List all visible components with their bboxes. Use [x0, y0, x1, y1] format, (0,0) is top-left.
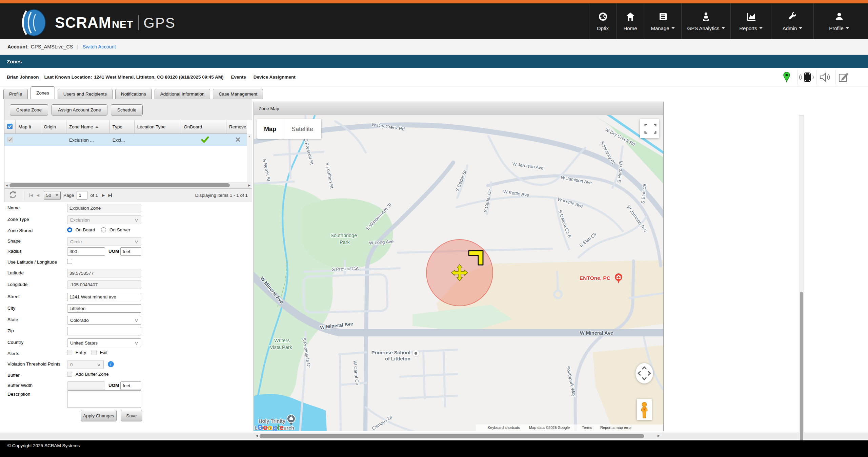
- add-buffer-zone-label: Add Buffer Zone: [76, 372, 109, 377]
- scroll-right-icon[interactable]: ▶: [656, 434, 661, 437]
- page-size-select[interactable]: 50: [44, 191, 61, 200]
- report-map-error-link[interactable]: Report a map error: [600, 425, 632, 430]
- nav-admin[interactable]: Admin: [771, 3, 813, 39]
- shape-select[interactable]: Circle∨: [67, 237, 141, 246]
- info-icon[interactable]: i: [108, 361, 114, 367]
- name-input[interactable]: [67, 204, 141, 212]
- google-map[interactable]: W Dry Creek Rd W Dry Creek Rd S Hickory …: [254, 115, 663, 431]
- terms-link[interactable]: Terms: [582, 425, 592, 430]
- scroll-right-icon[interactable]: ▶: [247, 184, 252, 187]
- tab-zones[interactable]: Zones: [31, 86, 55, 99]
- street-input[interactable]: [67, 293, 141, 301]
- grid-header-row: Map It Origin Zone Name Type Location Ty…: [4, 120, 247, 134]
- main-nav: Optix Home Manage GPS Analytics Reports …: [589, 3, 864, 39]
- exit-checkbox[interactable]: [92, 350, 97, 355]
- col-origin[interactable]: Origin: [41, 120, 66, 133]
- col-type[interactable]: Type: [110, 120, 135, 133]
- nav-optix[interactable]: Optix: [589, 3, 616, 39]
- next-page-button[interactable]: ▶: [102, 193, 105, 198]
- refresh-icon[interactable]: [8, 190, 17, 200]
- city-input[interactable]: [67, 304, 141, 313]
- page-number-input[interactable]: [77, 191, 87, 200]
- tab-users-and-recipients[interactable]: Users and Recipients: [58, 89, 113, 99]
- longitude-input[interactable]: [67, 281, 141, 289]
- keyboard-shortcuts-link[interactable]: Keyboard shortcuts: [488, 425, 520, 430]
- buffer-uom-input[interactable]: [120, 381, 141, 390]
- last-page-button[interactable]: ▶: [108, 193, 112, 198]
- assign-account-zone-button[interactable]: Assign Account Zone: [52, 104, 107, 116]
- on-board-radio[interactable]: [67, 227, 72, 232]
- country-select[interactable]: United States∨: [67, 338, 141, 347]
- satellite-view-button[interactable]: Satellite: [283, 119, 321, 139]
- park-label: Vista Park: [270, 345, 292, 350]
- map-horizontal-scrollbar[interactable]: ◀ ▶: [0, 433, 868, 439]
- pegman-control[interactable]: [637, 399, 652, 420]
- tab-additional-information[interactable]: Additional Information: [155, 89, 210, 99]
- client-name-link[interactable]: Brian Johnson: [7, 75, 39, 80]
- tab-case-management[interactable]: Case Management: [213, 89, 263, 99]
- buffer-width-input[interactable]: [67, 381, 105, 390]
- fullscreen-button[interactable]: [640, 119, 659, 138]
- latitude-input[interactable]: [67, 269, 141, 277]
- col-location-type[interactable]: Location Type: [135, 120, 181, 133]
- entry-checkbox[interactable]: [67, 350, 72, 355]
- logo-letter: l: [277, 423, 279, 431]
- col-zone-name[interactable]: Zone Name: [66, 120, 110, 133]
- save-button[interactable]: Save: [121, 410, 142, 421]
- speaker-icon[interactable]: [816, 70, 833, 85]
- tab-profile[interactable]: Profile: [3, 89, 28, 99]
- map-data-label: Map data ©2025 Google: [529, 425, 570, 430]
- state-select[interactable]: Colorado∨: [67, 316, 141, 325]
- zip-input[interactable]: [67, 327, 141, 335]
- scroll-left-icon[interactable]: ◀: [4, 184, 9, 187]
- col-remove[interactable]: Remove: [226, 120, 247, 133]
- nav-home[interactable]: Home: [616, 3, 644, 39]
- scroll-thumb[interactable]: [260, 434, 644, 438]
- grid-horizontal-scrollbar[interactable]: ◀ ▶: [4, 182, 252, 188]
- scroll-thumb[interactable]: [9, 183, 230, 187]
- nav-reports[interactable]: Reports: [730, 3, 771, 39]
- nav-profile[interactable]: Profile: [813, 3, 864, 39]
- prev-page-button[interactable]: ◀: [36, 193, 39, 198]
- first-page-button[interactable]: ◀: [29, 193, 33, 198]
- last-known-location-link[interactable]: 1241 West Mineral, Littleton, CO 80120 (…: [94, 75, 224, 80]
- map-view-button[interactable]: Map: [257, 119, 283, 139]
- use-lat-long-checkbox[interactable]: [67, 259, 72, 264]
- add-buffer-zone-checkbox[interactable]: [67, 372, 72, 377]
- device-assignment-link[interactable]: Device Assignment: [254, 75, 296, 80]
- description-textarea[interactable]: [67, 390, 141, 408]
- apply-changes-button[interactable]: Apply Changes: [81, 410, 117, 421]
- row-checkbox-cell: [4, 137, 16, 143]
- pan-control[interactable]: [635, 363, 653, 383]
- events-link[interactable]: Events: [231, 75, 246, 80]
- map-pin-icon[interactable]: [779, 70, 795, 85]
- create-zone-button[interactable]: Create Zone: [10, 104, 48, 116]
- nav-manage[interactable]: Manage: [644, 3, 681, 39]
- nav-gps-analytics[interactable]: GPS Analytics: [681, 3, 730, 39]
- scroll-thumb[interactable]: [800, 292, 803, 457]
- col-map-it[interactable]: Map It: [16, 120, 41, 133]
- col-onboard[interactable]: OnBoard: [181, 120, 226, 133]
- radius-uom-input[interactable]: [120, 247, 141, 256]
- select-all-cell: [4, 120, 16, 133]
- scroll-up-icon[interactable]: ▲: [247, 134, 251, 139]
- name-label: Name: [7, 205, 20, 210]
- zone-row[interactable]: Exclusion ... Excl...: [4, 134, 247, 146]
- content-vertical-scrollbar[interactable]: ▼: [799, 115, 804, 439]
- switch-account-link[interactable]: Switch Account: [83, 44, 116, 49]
- copyright-label: © Copyright 2025 SCRAM Systems: [7, 443, 80, 448]
- tab-notifications[interactable]: Notifications: [115, 89, 152, 99]
- radius-input[interactable]: [67, 247, 105, 256]
- x-icon[interactable]: [235, 137, 241, 143]
- zone-type-select[interactable]: Exclusion∨: [67, 215, 141, 224]
- device-signal-icon[interactable]: [798, 70, 814, 85]
- scroll-left-icon[interactable]: ◀: [254, 434, 259, 437]
- schedule-button[interactable]: Schedule: [111, 104, 143, 116]
- edit-icon[interactable]: [835, 70, 852, 85]
- violation-threshold-select[interactable]: 0∨: [67, 360, 104, 369]
- select-all-checkbox[interactable]: [7, 124, 13, 130]
- on-server-radio[interactable]: [101, 227, 106, 232]
- logo-letter: o: [263, 423, 267, 431]
- google-logo[interactable]: G o o g l e: [257, 423, 284, 431]
- grid-vertical-scrollbar[interactable]: ▲: [247, 134, 252, 187]
